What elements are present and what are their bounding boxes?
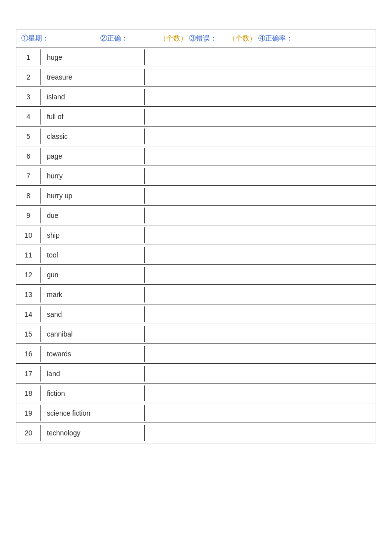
row-number: 7: [16, 168, 41, 184]
row-answer[interactable]: [145, 212, 376, 219]
row-number: 15: [16, 326, 41, 342]
row-answer[interactable]: [145, 192, 376, 200]
row-number: 6: [16, 148, 41, 164]
vocabulary-table: ①星期： ②正确： （个数） ③错误： （个数） ④正确率： 1huge2tre…: [16, 30, 376, 443]
row-number: 18: [16, 385, 41, 401]
header-count2: （个数）: [229, 34, 258, 43]
row-word: tool: [41, 247, 145, 263]
table-row: 19science fiction: [16, 403, 376, 423]
row-answer[interactable]: [145, 350, 376, 358]
row-answer[interactable]: [145, 291, 376, 299]
header-week: ①星期：: [21, 34, 100, 43]
header-rate: ④正确率：: [258, 34, 371, 43]
row-number: 5: [16, 128, 41, 144]
table-row: 12gun: [16, 265, 376, 285]
table-row: 16towards: [16, 344, 376, 364]
table-row: 15cannibal: [16, 324, 376, 344]
table-row: 17land: [16, 364, 376, 384]
table-row: 9due: [16, 206, 376, 225]
table-row: 5classic: [16, 127, 376, 146]
row-word: due: [41, 208, 145, 223]
row-answer[interactable]: [145, 429, 376, 437]
row-word: technology: [41, 425, 145, 441]
row-number: 16: [16, 346, 41, 362]
row-answer[interactable]: [145, 93, 376, 101]
row-answer[interactable]: [145, 409, 376, 417]
row-number: 11: [16, 247, 41, 263]
row-number: 19: [16, 405, 41, 421]
row-answer[interactable]: [145, 231, 376, 239]
row-word: huge: [41, 49, 145, 65]
header-correct: ②正确：: [100, 34, 159, 43]
row-number: 2: [16, 69, 41, 85]
table-row: 13mark: [16, 285, 376, 304]
row-answer[interactable]: [145, 389, 376, 397]
row-word: island: [41, 89, 145, 105]
row-word: page: [41, 148, 145, 164]
table-row: 2treasure: [16, 67, 376, 87]
row-word: science fiction: [41, 405, 145, 421]
row-answer[interactable]: [145, 152, 376, 160]
row-answer[interactable]: [145, 73, 376, 81]
row-word: fiction: [41, 385, 145, 401]
table-row: 1huge: [16, 47, 376, 67]
row-word: classic: [41, 128, 145, 144]
row-number: 17: [16, 366, 41, 382]
row-word: full of: [41, 109, 145, 125]
row-answer[interactable]: [145, 113, 376, 121]
table-row: 18fiction: [16, 384, 376, 403]
row-number: 10: [16, 227, 41, 243]
row-word: sand: [41, 306, 145, 322]
table-row: 8hurry up: [16, 186, 376, 206]
row-word: ship: [41, 227, 145, 243]
table-row: 3island: [16, 87, 376, 107]
table-row: 14sand: [16, 304, 376, 324]
row-answer[interactable]: [145, 310, 376, 318]
header-count1: （个数）: [159, 34, 189, 43]
table-row: 20technology: [16, 423, 376, 443]
row-word: gun: [41, 267, 145, 283]
row-answer[interactable]: [145, 132, 376, 140]
row-number: 9: [16, 208, 41, 223]
row-number: 3: [16, 89, 41, 105]
row-number: 8: [16, 188, 41, 204]
row-answer[interactable]: [145, 271, 376, 279]
row-word: mark: [41, 287, 145, 302]
table-row: 7hurry: [16, 166, 376, 186]
row-word: land: [41, 366, 145, 382]
table-row: 10ship: [16, 225, 376, 245]
row-answer[interactable]: [145, 251, 376, 259]
row-number: 14: [16, 306, 41, 322]
header-error: ③错误：: [189, 34, 229, 43]
row-answer[interactable]: [145, 53, 376, 61]
row-word: cannibal: [41, 326, 145, 342]
row-number: 4: [16, 109, 41, 125]
row-number: 12: [16, 267, 41, 283]
table-row: 4full of: [16, 107, 376, 127]
table-body: 1huge2treasure3island4full of5classic6pa…: [16, 47, 376, 443]
table-row: 11tool: [16, 245, 376, 265]
row-answer[interactable]: [145, 172, 376, 180]
row-word: treasure: [41, 69, 145, 85]
row-number: 1: [16, 49, 41, 65]
row-number: 20: [16, 425, 41, 441]
row-word: hurry up: [41, 188, 145, 204]
row-answer[interactable]: [145, 330, 376, 338]
row-answer[interactable]: [145, 370, 376, 378]
table-header: ①星期： ②正确： （个数） ③错误： （个数） ④正确率：: [16, 30, 376, 47]
row-word: hurry: [41, 168, 145, 184]
table-row: 6page: [16, 146, 376, 166]
row-number: 13: [16, 287, 41, 302]
row-word: towards: [41, 346, 145, 362]
